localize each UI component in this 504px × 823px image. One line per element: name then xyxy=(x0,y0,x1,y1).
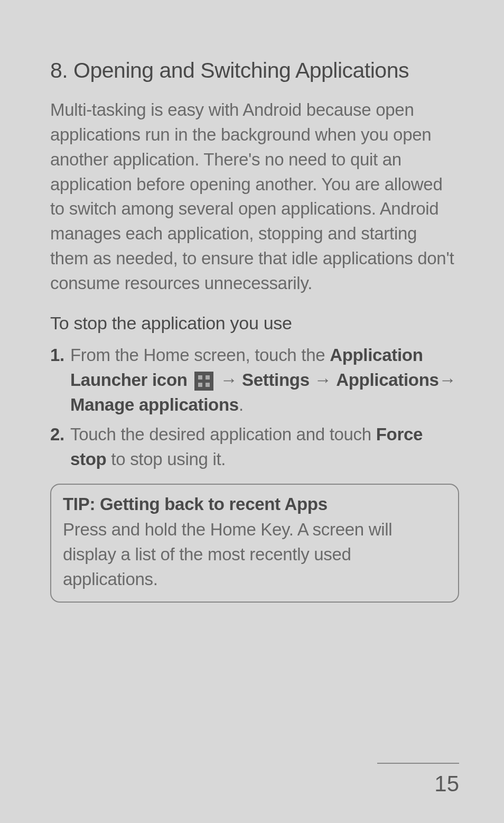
bold-text: Applications xyxy=(336,370,438,390)
step-number: 1. xyxy=(50,343,70,418)
step-text: From the Home screen, touch the xyxy=(70,345,330,365)
tip-body: Press and hold the Home Key. A screen wi… xyxy=(63,517,446,592)
step-text: to stop using it. xyxy=(106,449,226,469)
step-content: From the Home screen, touch the Applicat… xyxy=(70,343,459,418)
step-content: Touch the desired application and touch … xyxy=(70,422,459,472)
step-text: Touch the desired application and touch xyxy=(70,424,376,444)
tip-title: TIP: Getting back to recent Apps xyxy=(63,494,446,514)
tip-box: TIP: Getting back to recent Apps Press a… xyxy=(50,484,459,603)
arrow-icon: → xyxy=(310,370,336,390)
step-number: 2. xyxy=(50,422,70,472)
list-item: 1. From the Home screen, touch the Appli… xyxy=(50,343,459,418)
section-heading: 8. Opening and Switching Applications xyxy=(50,58,459,83)
bold-text: Settings xyxy=(242,370,310,390)
app-launcher-icon xyxy=(194,372,213,391)
list-item: 2. Touch the desired application and tou… xyxy=(50,422,459,472)
step-text: . xyxy=(239,395,244,414)
arrow-icon: → xyxy=(216,370,242,390)
arrow-icon: → xyxy=(439,370,456,390)
bold-text: Manage applications xyxy=(70,395,239,414)
section-body: Multi-tasking is easy with Android becau… xyxy=(50,98,459,296)
steps-list: 1. From the Home screen, touch the Appli… xyxy=(50,343,459,472)
page-number: 15 xyxy=(377,763,459,797)
subsection-heading: To stop the application you use xyxy=(50,313,459,334)
